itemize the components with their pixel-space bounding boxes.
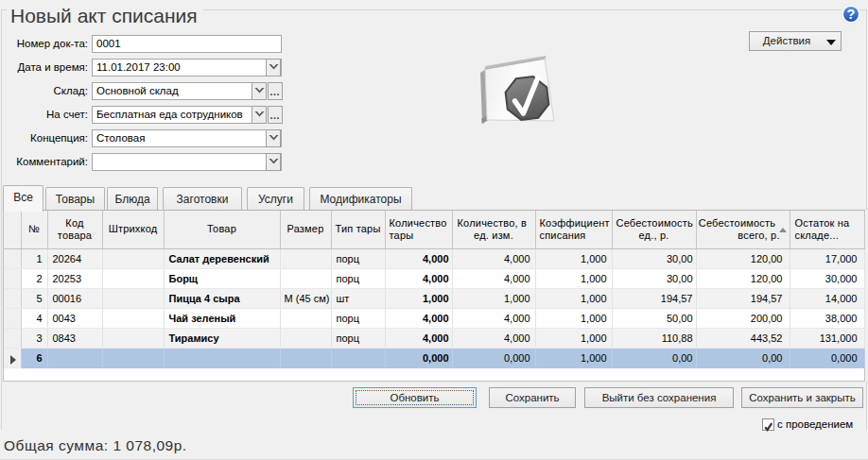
svg-text:?: ? [847,7,856,22]
